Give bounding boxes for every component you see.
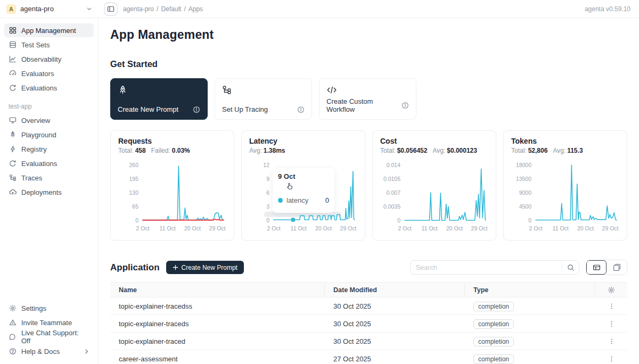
workspace-selector[interactable]: A agenta-pro (0, 4, 99, 14)
svg-text:29 Oct: 29 Oct (602, 225, 619, 231)
sidebar-item-traces[interactable]: Traces (4, 171, 94, 185)
sidebar-item-deployments[interactable]: Deployments (4, 185, 94, 199)
column-header-name[interactable]: Name (110, 283, 325, 297)
sidebar-item-test-sets[interactable]: Test Sets (4, 38, 94, 52)
sidebar-item-label: Live Chat Support: Off (21, 329, 89, 345)
create-custom-workflow-card[interactable]: Create Custom Workflow (319, 78, 416, 120)
type-badge: completion (473, 302, 514, 311)
column-header-date-modified[interactable]: Date Modified (325, 283, 465, 297)
application-header: Application Create New Prompt (110, 260, 627, 275)
view-toggle (586, 260, 627, 275)
refresh-icon (9, 84, 17, 92)
applications-table: Name Date Modified Type topic-explainer-… (110, 282, 627, 364)
type-badge: completion (473, 319, 514, 329)
table-row[interactable]: topic-explainer-traced 30 Oct 2025 compl… (110, 333, 627, 350)
type-badge: completion (473, 337, 514, 346)
sidebar-item-evaluators[interactable]: Evaluators (4, 67, 94, 80)
sidebar-item-invite-teammate[interactable]: Invite Teammate (4, 316, 94, 329)
card-view-button[interactable] (607, 260, 627, 275)
main-content: App Management Get Started Create New Pr… (99, 18, 639, 364)
svg-text:0.007: 0.007 (387, 189, 400, 196)
svg-text:11 Oct: 11 Oct (160, 225, 176, 231)
svg-text:0.0035: 0.0035 (383, 203, 400, 210)
grid-icon (9, 27, 17, 35)
breadcrumb-item[interactable]: Default (161, 5, 181, 13)
sidebar-item-playground[interactable]: Playground (4, 128, 94, 142)
metrics-cards: Requests Total:458 Failed:0.03% 06513019… (110, 130, 627, 241)
sidebar-item-evaluations-app[interactable]: Evaluations (4, 156, 94, 170)
chart-stats: Total:52,806 Avg:115.3 (511, 147, 619, 154)
sidebar-item-registry[interactable]: Registry (4, 142, 94, 156)
top-bar: A agenta-pro agenta-pro / Default / Apps… (0, 0, 639, 18)
create-new-prompt-button[interactable]: Create New Prompt (166, 261, 244, 274)
sidebar-item-label: Help & Docs (21, 348, 60, 355)
rocket-icon (9, 131, 17, 139)
svg-text:6: 6 (266, 189, 269, 196)
create-new-prompt-card[interactable]: Create New Prompt (110, 78, 208, 120)
gear-icon (9, 304, 17, 312)
breadcrumb: agenta-pro / Default / Apps (123, 5, 203, 13)
app-date-modified: 30 Oct 2025 (325, 302, 465, 310)
info-icon[interactable] (402, 102, 409, 109)
svg-text:3: 3 (266, 203, 269, 210)
type-badge: completion (473, 354, 514, 364)
sidebar-collapse-button[interactable] (104, 2, 118, 16)
row-menu-button[interactable] (606, 318, 617, 329)
card-label: Create New Prompt (118, 105, 178, 113)
chart-stats: Avg:1.38ms (249, 147, 357, 154)
row-menu-button[interactable] (606, 353, 617, 364)
breadcrumb-item[interactable]: agenta-pro (123, 5, 154, 13)
cloud-up-icon (9, 188, 17, 196)
table-rows-icon (9, 41, 17, 49)
sidebar-item-help-docs[interactable]: Help & Docs (4, 344, 94, 358)
tokens-chart-card: Tokens Total:52,806 Avg:115.3 0450090001… (503, 130, 627, 241)
table-row[interactable]: topic-explainer-traceds 30 Oct 2025 comp… (110, 315, 627, 333)
table-view-button[interactable] (586, 260, 607, 275)
sidebar-item-observability[interactable]: Observability (4, 52, 94, 66)
row-menu-button[interactable] (606, 301, 617, 312)
svg-text:29 Oct: 29 Oct (340, 225, 357, 231)
cost-chart[interactable]: 00.00350.0070.01050.0142 Oct11 Oct20 Oct… (380, 156, 489, 236)
sidebar-item-overview[interactable]: Overview (4, 113, 94, 127)
table-view-icon (593, 263, 601, 271)
chart-stats: Total:$0.056452 Avg:$0.000123 (380, 147, 488, 154)
tooltip-series-name: latency (286, 196, 322, 204)
row-menu-button[interactable] (606, 336, 617, 347)
info-icon[interactable] (297, 106, 305, 113)
column-header-type[interactable]: Type (465, 283, 595, 297)
tree-icon (9, 174, 17, 182)
sidebar-item-evaluations[interactable]: Evaluations (4, 81, 94, 95)
breadcrumb-item[interactable]: Apps (189, 5, 203, 13)
set-up-tracing-card[interactable]: Set Up Tracing (215, 78, 312, 120)
chart-title: Requests (118, 137, 226, 145)
svg-text:0: 0 (135, 217, 138, 224)
chevron-down-icon (86, 6, 92, 12)
requests-chart[interactable]: 0651301952602 Oct11 Oct20 Oct29 Oct (118, 156, 227, 236)
gear-icon (608, 286, 615, 294)
sidebar-item-settings[interactable]: Settings (4, 301, 94, 315)
sidebar-item-label: Traces (21, 174, 42, 182)
svg-text:11 Oct: 11 Oct (553, 225, 569, 231)
search-box (410, 260, 579, 275)
tokens-chart[interactable]: 04500900013500180002 Oct11 Oct20 Oct29 O… (511, 156, 620, 236)
app-name: topic-explainer-tracedss (110, 302, 325, 310)
sidebar-item-label: Evaluators (21, 70, 54, 78)
table-row[interactable]: topic-explainer-tracedss 30 Oct 2025 com… (110, 297, 627, 315)
sidebar-item-app-management[interactable]: App Management (4, 23, 94, 37)
search-input[interactable] (411, 264, 562, 271)
invite-triangle-icon (9, 319, 17, 327)
search-button[interactable] (562, 261, 579, 274)
sidebar-item-label: Test Sets (21, 41, 50, 49)
svg-text:0.0105: 0.0105 (383, 176, 400, 182)
table-header: Name Date Modified Type (110, 282, 627, 297)
column-settings-gear[interactable] (595, 286, 627, 294)
workspace-avatar: A (6, 4, 16, 14)
sidebar-item-label: App Management (21, 27, 76, 35)
info-icon[interactable] (193, 106, 200, 113)
app-date-modified: 27 Oct 2025 (325, 355, 465, 363)
series-dot (278, 198, 283, 203)
table-row[interactable]: career-assessment 27 Oct 2025 completion (110, 350, 627, 364)
panel-collapse-icon (107, 5, 114, 13)
card-label: Set Up Tracing (222, 105, 268, 113)
sidebar-item-live-chat-support[interactable]: Live Chat Support: Off (4, 330, 94, 344)
